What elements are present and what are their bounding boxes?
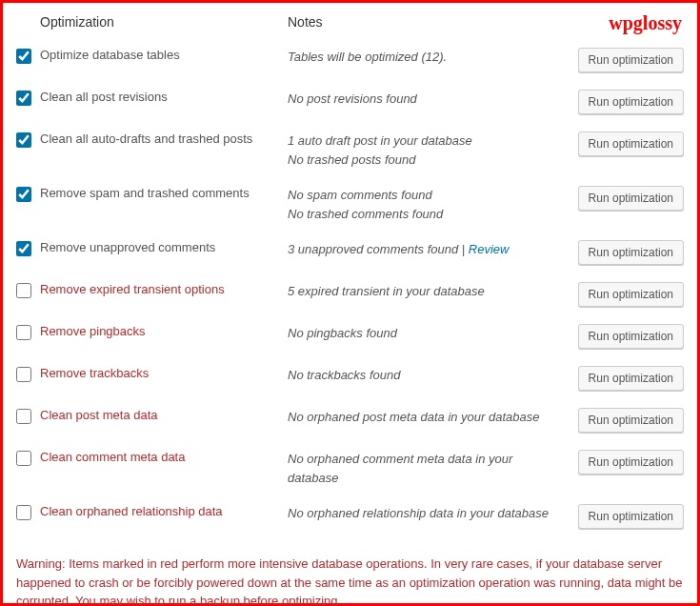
optimization-row: Clean orphaned relationship dataNo orpha…	[16, 495, 684, 537]
run-optimization-button[interactable]: Run optimization	[578, 408, 684, 433]
optimization-row: Remove spam and trashed commentsNo spam …	[16, 177, 684, 232]
optimization-label: Remove expired transient options	[40, 282, 288, 296]
optimization-label: Optimize database tables	[40, 48, 288, 62]
note-line-2: No trashed comments found	[288, 207, 443, 221]
note-line-1: No orphaned post meta data in your datab…	[288, 410, 540, 424]
optimization-label: Remove trackbacks	[40, 366, 288, 380]
note-line-1: No orphaned comment meta data in your da…	[288, 452, 512, 485]
run-optimization-button[interactable]: Run optimization	[578, 504, 684, 529]
optimization-label: Remove pingbacks	[40, 324, 288, 338]
optimization-row: Remove pingbacksNo pingbacks foundRun op…	[16, 315, 684, 357]
optimization-checkbox[interactable]	[16, 325, 31, 340]
optimization-notes: 3 unapproved comments found | Review	[288, 240, 573, 259]
note-line-1: No post revisions found	[288, 91, 417, 106]
optimization-row: Clean comment meta dataNo orphaned comme…	[16, 441, 684, 495]
warning-text: Items marked in red perform more intensi…	[16, 556, 683, 606]
run-optimization-button[interactable]: Run optimization	[578, 131, 684, 156]
optimization-checkbox[interactable]	[16, 505, 31, 520]
note-line-1: No orphaned relationship data in your da…	[288, 506, 549, 520]
optimization-label: Remove spam and trashed comments	[40, 186, 288, 200]
note-line-1: No pingbacks found	[288, 326, 397, 340]
optimization-label: Clean all auto-drafts and trashed posts	[40, 131, 288, 146]
optimization-checkbox[interactable]	[16, 283, 31, 298]
optimization-notes: No trackbacks found	[288, 366, 573, 385]
optimization-label: Clean comment meta data	[40, 450, 288, 464]
optimization-label: Clean post meta data	[40, 408, 288, 422]
optimization-label: Clean orphaned relationship data	[40, 504, 288, 518]
run-optimization-button[interactable]: Run optimization	[578, 450, 684, 475]
note-line-1: No spam comments found	[288, 188, 432, 202]
optimization-notes: 5 expired transient in your database	[288, 282, 573, 301]
optimization-notes: No spam comments foundNo trashed comment…	[288, 186, 573, 223]
optimization-notes: No orphaned post meta data in your datab…	[288, 408, 573, 427]
run-optimization-button[interactable]: Run optimization	[578, 324, 684, 349]
run-optimization-button[interactable]: Run optimization	[578, 48, 684, 72]
note-line-1: 3 unapproved comments found |	[288, 242, 469, 256]
optimization-checkbox[interactable]	[16, 241, 31, 256]
run-optimization-button[interactable]: Run optimization	[578, 186, 684, 211]
optimization-notes: No pingbacks found	[288, 324, 573, 343]
review-link[interactable]: Review	[469, 242, 510, 256]
warning-message: Warning: Items marked in red perform mor…	[16, 549, 684, 606]
optimization-row: Remove expired transient options5 expire…	[16, 273, 684, 315]
brand-logo: wpglossy	[609, 12, 682, 34]
run-optimization-button[interactable]: Run optimization	[578, 240, 684, 265]
run-optimization-button[interactable]: Run optimization	[578, 90, 684, 114]
optimization-row: Clean all post revisionsNo post revision…	[16, 81, 684, 123]
run-optimization-button[interactable]: Run optimization	[578, 366, 684, 391]
optimization-notes: No orphaned comment meta data in your da…	[288, 450, 573, 487]
optimization-label: Remove unapproved comments	[40, 240, 288, 254]
optimization-notes: Tables will be optimized (12).	[288, 48, 573, 67]
run-optimization-button[interactable]: Run optimization	[578, 282, 684, 307]
optimization-notes: No orphaned relationship data in your da…	[288, 504, 573, 523]
optimization-row: Clean all auto-drafts and trashed posts1…	[16, 123, 684, 177]
note-line-2: No trashed posts found	[288, 152, 415, 167]
column-header-notes: Notes	[288, 14, 564, 30]
optimization-checkbox[interactable]	[16, 451, 31, 466]
optimization-notes: No post revisions found	[288, 90, 573, 109]
warning-label: Warning:	[16, 556, 66, 571]
optimization-checkbox[interactable]	[16, 409, 31, 424]
optimization-notes: 1 auto draft post in your databaseNo tra…	[288, 131, 573, 169]
table-header: Optimization Notes	[16, 14, 684, 30]
optimization-row: Clean post meta dataNo orphaned post met…	[16, 399, 684, 441]
optimization-row: Optimize database tablesTables will be o…	[16, 39, 684, 81]
optimization-checkbox[interactable]	[16, 187, 31, 202]
optimization-panel: wpglossy Optimization Notes Optimize dat…	[0, 0, 700, 606]
optimization-row: Remove unapproved comments3 unapproved c…	[16, 232, 684, 273]
note-line-1: 5 expired transient in your database	[288, 284, 485, 298]
note-line-1: 1 auto draft post in your database	[288, 133, 472, 148]
optimization-row: Remove trackbacksNo trackbacks foundRun …	[16, 357, 684, 399]
optimization-checkbox[interactable]	[16, 132, 31, 148]
optimization-label: Clean all post revisions	[40, 90, 288, 104]
optimization-checkbox[interactable]	[16, 91, 31, 106]
optimization-checkbox[interactable]	[16, 49, 31, 64]
optimization-checkbox[interactable]	[16, 367, 31, 382]
note-line-1: Tables will be optimized (12).	[288, 50, 447, 64]
column-header-optimization: Optimization	[40, 14, 288, 30]
note-line-1: No trackbacks found	[288, 368, 401, 382]
